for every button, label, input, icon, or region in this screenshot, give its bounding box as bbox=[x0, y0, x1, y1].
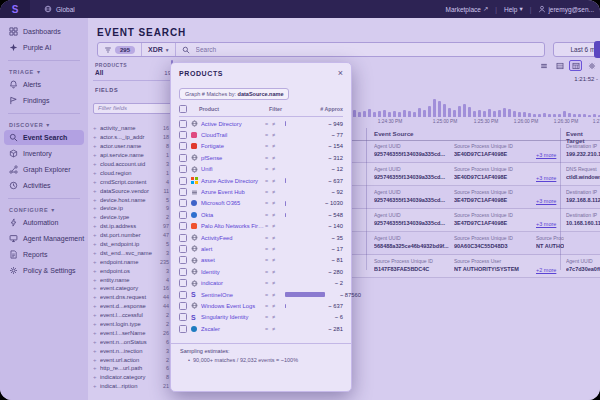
field-item-device-ip[interactable]: +device.ip9 bbox=[93, 204, 173, 213]
field-item-indicat-ription[interactable]: +indicat...ription21 bbox=[93, 382, 173, 391]
field-item-event-dns-request[interactable]: +event.dns.request44 bbox=[93, 293, 173, 302]
marketplace-link[interactable]: Marketplace ↗ bbox=[445, 5, 488, 13]
table-view-icon[interactable] bbox=[569, 60, 582, 71]
product-name-link[interactable]: Fortigate bbox=[201, 143, 265, 149]
product-row-cloudtrail[interactable]: CloudTrail=≠~ 77 bbox=[171, 129, 351, 140]
filter-operators[interactable]: =≠ bbox=[265, 292, 285, 298]
filter-operators[interactable]: =≠ bbox=[265, 200, 285, 206]
more-link[interactable]: +3 more bbox=[536, 221, 556, 227]
product-name-link[interactable]: Microsoft O365 bbox=[201, 200, 265, 206]
filter-fields-input[interactable] bbox=[93, 103, 173, 114]
checkbox[interactable] bbox=[179, 268, 187, 276]
product-row-microsoft-o365[interactable]: Microsoft O365=≠~ 1030 bbox=[171, 198, 351, 209]
product-name-link[interactable]: Okta bbox=[201, 212, 265, 218]
close-icon[interactable]: × bbox=[338, 69, 343, 78]
sidebar-item-automation[interactable]: Automation bbox=[4, 215, 84, 230]
product-name-link[interactable]: CloudTrail bbox=[201, 132, 265, 138]
product-name-link[interactable]: pfSense bbox=[201, 155, 265, 161]
field-item-device-type[interactable]: +device.type2 bbox=[93, 213, 173, 222]
product-row-sentinelone[interactable]: SSentinelOne=≠~ 87560 bbox=[171, 289, 351, 300]
sidebar-item-inventory[interactable]: Inventory bbox=[4, 146, 84, 161]
filter-operators[interactable]: =≠ bbox=[265, 223, 285, 229]
event-row[interactable]: Agent UUID925746355f134039a335cd...Sourc… bbox=[352, 209, 600, 232]
field-item-event-n-onstatus[interactable]: +event.n...onStatus6 bbox=[93, 337, 173, 346]
field-item-dst-port-number[interactable]: +dst.port.number47 bbox=[93, 231, 173, 240]
product-name-link[interactable]: Unifi bbox=[201, 166, 265, 172]
event-row[interactable]: Agent UUID925746355f134039a335cd...Sourc… bbox=[352, 163, 600, 186]
product-name-link[interactable]: Azure Active Directory bbox=[201, 178, 265, 184]
filter-operators[interactable]: =≠ bbox=[265, 303, 285, 309]
field-item-http-re-url-path[interactable]: +http_re...url.path6 bbox=[93, 364, 173, 373]
checkbox[interactable] bbox=[179, 313, 187, 321]
product-name-link[interactable]: Azure Event Hub bbox=[201, 189, 265, 195]
compact-view-icon[interactable] bbox=[553, 60, 566, 71]
sidebar-item-findings[interactable]: Findings bbox=[4, 93, 84, 108]
field-item-cloud-region[interactable]: +cloud.region1 bbox=[93, 168, 173, 177]
more-link[interactable]: +3 more bbox=[536, 198, 556, 204]
filter-operators[interactable]: =≠ bbox=[265, 257, 285, 263]
checkbox[interactable] bbox=[179, 325, 187, 333]
checkbox[interactable] bbox=[179, 199, 187, 207]
sidebar-item-dashboards[interactable]: Dashboards bbox=[4, 24, 84, 39]
product-row-azure-event-hub[interactable]: Azure Event Hub=≠~ 92 bbox=[171, 186, 351, 197]
checkbox[interactable] bbox=[179, 142, 187, 150]
checkbox[interactable] bbox=[179, 234, 187, 242]
checkbox[interactable] bbox=[179, 279, 187, 287]
product-name-link[interactable]: Identity bbox=[201, 269, 265, 275]
field-item-indicat-etadata[interactable]: +indicat...etadata71 bbox=[93, 391, 173, 392]
field-item-endpoint-os[interactable]: +endpoint.os3 bbox=[93, 266, 173, 275]
product-row-pfsense[interactable]: pfSense=≠~ 312 bbox=[171, 152, 351, 163]
sidebar-item-policy-settings[interactable]: Policy & Settings bbox=[4, 263, 84, 278]
filter-operators[interactable]: =≠ bbox=[265, 155, 285, 161]
product-row-unifi[interactable]: Unifi=≠~ 12 bbox=[171, 164, 351, 175]
settings-icon[interactable] bbox=[585, 60, 598, 71]
user-menu[interactable]: jeremyg@sen... bbox=[538, 5, 594, 13]
checkbox[interactable] bbox=[179, 222, 187, 230]
product-name-link[interactable]: Windows Event Logs bbox=[201, 303, 265, 309]
field-item-indicator-category[interactable]: +indicator.category8 bbox=[93, 373, 173, 382]
sidebar-item-alerts[interactable]: Alerts bbox=[4, 77, 84, 92]
product-row-okta[interactable]: Okta=≠~ 548 bbox=[171, 209, 351, 220]
filter-operators[interactable]: =≠ bbox=[265, 269, 285, 275]
product-name-link[interactable]: ActivityFeed bbox=[201, 235, 265, 241]
checkbox[interactable] bbox=[179, 291, 187, 299]
field-item-event-category[interactable]: +event.category16 bbox=[93, 284, 173, 293]
field-item-cloud-account-uid[interactable]: +cloud.account.uid3 bbox=[93, 160, 173, 169]
filter-operators[interactable]: =≠ bbox=[265, 235, 285, 241]
field-item-dst-end-svc-name[interactable]: +dst_end...svc_name3 bbox=[93, 248, 173, 257]
field-item-event-n-irection[interactable]: +event.n...irection3 bbox=[93, 346, 173, 355]
product-name-link[interactable]: Palo Alto Networks Firewall bbox=[201, 223, 265, 229]
more-link[interactable]: +3 more bbox=[536, 175, 556, 181]
field-item-api-service-name[interactable]: +api.service.name1 bbox=[93, 151, 173, 160]
filter-operators[interactable]: =≠ bbox=[265, 143, 285, 149]
event-row[interactable]: Agent UUID568488a325ce46b4932bd9f...Sour… bbox=[352, 232, 600, 255]
product-name-link[interactable]: Zscaler bbox=[201, 326, 265, 332]
filter-operators[interactable]: =≠ bbox=[265, 280, 285, 286]
field-item-event-l-sername[interactable]: +event.l...serName26 bbox=[93, 328, 173, 337]
product-row-activityfeed[interactable]: ActivityFeed=≠~ 35 bbox=[171, 232, 351, 243]
sidebar-section-configure[interactable]: CONFIGURE▾ bbox=[9, 206, 79, 213]
saved-filters-control[interactable]: 295 bbox=[98, 43, 142, 56]
product-row-windows-event-logs[interactable]: Windows Event Logs=≠~ 637 bbox=[171, 300, 351, 311]
time-range-dropdown[interactable]: Last 6 minutes ▾ bbox=[553, 42, 600, 57]
checkbox[interactable] bbox=[179, 245, 187, 253]
field-item-device-host-name[interactable]: +device.host.name5 bbox=[93, 195, 173, 204]
product-row-singularity-identity[interactable]: SSingularity Identity=≠~ 6 bbox=[171, 312, 351, 323]
field-item-dst-ip-address[interactable]: +dst.ip.address97 bbox=[93, 222, 173, 231]
search-input[interactable] bbox=[194, 45, 538, 54]
sentinelone-logo[interactable]: S bbox=[0, 0, 30, 18]
sidebar-section-triage[interactable]: TRIAGE▾ bbox=[9, 68, 79, 75]
filter-operators[interactable]: =≠ bbox=[265, 166, 285, 172]
product-row-indicator[interactable]: indicator=≠~ 2 bbox=[171, 277, 351, 288]
field-item-datasource-vendor[interactable]: +dataSource.vendor11 bbox=[93, 186, 173, 195]
filter-operators[interactable]: =≠ bbox=[265, 189, 285, 195]
product-name-link[interactable]: asset bbox=[201, 257, 265, 263]
list-view-icon[interactable] bbox=[537, 60, 550, 71]
sidebar-item-agent-management[interactable]: Agent Management bbox=[4, 231, 84, 246]
checkbox[interactable] bbox=[179, 165, 187, 173]
product-row-palo-alto-networks-firewall[interactable]: Palo Alto Networks Firewall=≠~ 140 bbox=[171, 221, 351, 232]
filter-operators[interactable]: =≠ bbox=[265, 212, 285, 218]
field-item-event-d-esponse[interactable]: +event.d...esponse44 bbox=[93, 302, 173, 311]
event-row[interactable]: Agent UUID925746355f134039a335cd...Sourc… bbox=[352, 140, 600, 163]
field-item-actor-user-name[interactable]: +actor.user.name8 bbox=[93, 142, 173, 151]
